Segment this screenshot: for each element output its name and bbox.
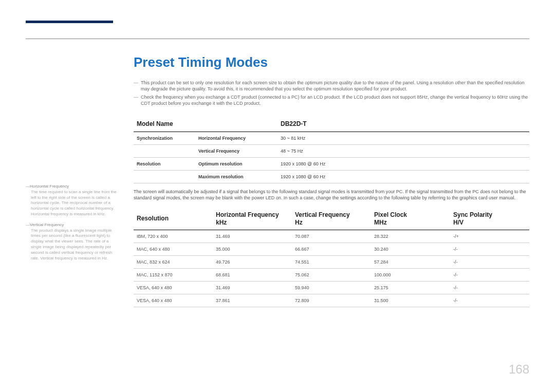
table-row: VESA, 640 x 480 37.861 72.809 31.500 -/- [134, 294, 529, 307]
th-vert-freq: Vertical FrequencyHz [292, 208, 371, 230]
th-pixel-clock: Pixel ClockMHz [371, 208, 450, 230]
spec-group [134, 170, 195, 183]
table-row: IBM, 720 x 400 31.469 70.087 28.322 -/+ [134, 230, 529, 242]
sidebar-note-body: The time required to scan a single line … [26, 190, 118, 217]
spec-group [134, 144, 195, 157]
spec-label: Horizontal Frequency [195, 132, 278, 144]
mid-paragraph: The screen will automatically be adjuste… [134, 189, 529, 201]
spec-header-left: Model Name [134, 116, 278, 132]
timing-table: Resolution Horizontal FrequencykHz Verti… [134, 208, 529, 307]
spec-value: 1920 x 1080 @ 60 Hz [278, 170, 529, 183]
spec-label: Vertical Frequency [195, 144, 278, 157]
spec-label: Optimum resolution [195, 157, 278, 170]
th-horiz-freq: Horizontal FrequencykHz [213, 208, 292, 230]
accent-bar [26, 21, 113, 23]
table-row: MAC, 832 x 624 49.726 74.551 57.284 -/- [134, 255, 529, 268]
sidebar-notes: ―Horizontal Frequency The time required … [26, 54, 118, 307]
spec-value: 30 ~ 81 kHz [278, 132, 529, 144]
bullet-text: Check the frequency when you exchange a … [141, 94, 529, 106]
divider-top [26, 39, 529, 39]
sidebar-note-body: The product displays a single image mult… [26, 228, 118, 262]
bullet-text: This product can be set to only one reso… [141, 80, 529, 92]
th-sync-polarity: Sync PolarityH/V [450, 208, 529, 230]
table-row: VESA, 640 x 480 31.469 59.940 25.175 -/- [134, 281, 529, 294]
spec-label: Maximum resolution [195, 170, 278, 183]
intro-bullets: ―This product can be set to only one res… [134, 80, 529, 107]
spec-header-right: DB22D-T [278, 116, 529, 132]
table-row: MAC, 1152 x 870 68.681 75.062 100.000 -/… [134, 268, 529, 281]
spec-group: Synchronization [134, 132, 195, 144]
spec-value: 48 ~ 75 Hz [278, 144, 529, 157]
sidebar-note-head: Horizontal Frequency [30, 184, 69, 189]
spec-value: 1920 x 1080 @ 60 Hz [278, 157, 529, 170]
sidebar-note-head: Vertical Frequency [30, 222, 64, 227]
page-title: Preset Timing Modes [134, 54, 529, 70]
spec-group: Resolution [134, 157, 195, 170]
table-row: MAC, 640 x 480 35.000 66.667 30.240 -/- [134, 242, 529, 255]
page-number: 168 [509, 362, 529, 377]
th-resolution: Resolution [134, 208, 213, 230]
spec-table: Model Name DB22D-T Synchronization Horiz… [134, 116, 529, 183]
